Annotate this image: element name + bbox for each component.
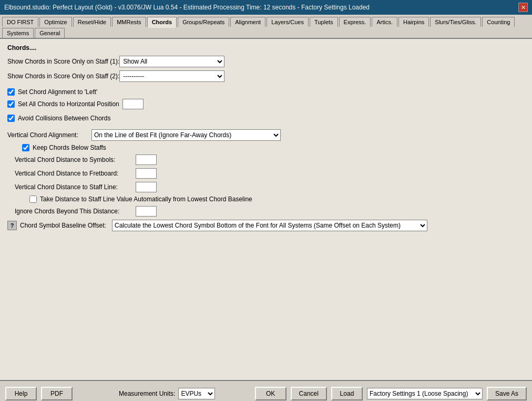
- measurement-section: Measurement Units: EVPUs Inches Centimet…: [119, 388, 215, 399]
- chord-baseline-select[interactable]: Calculate the Lowest Chord Symbol Bottom…: [112, 220, 427, 231]
- tab-layers-cues[interactable]: Layers/Cues: [267, 17, 309, 27]
- bottom-bar: Help PDF Measurement Units: EVPUs Inches…: [0, 380, 532, 401]
- help-button[interactable]: Help: [5, 387, 37, 400]
- set-all-chords-label: Set All Chords to Horizontal Position: [18, 100, 119, 108]
- tab-chords[interactable]: Chords: [147, 17, 177, 28]
- tab-slurs-ties-gliss[interactable]: Slurs/Ties/Gliss.: [430, 17, 481, 27]
- show-chords-staff1-select[interactable]: Show All: [119, 56, 224, 67]
- avoid-collisions-label: Avoid Collisions Between Chords: [18, 115, 111, 122]
- factory-settings-select[interactable]: Factory Settings 1 (Loose Spacing) Facto…: [367, 388, 483, 399]
- tab-groups-repeats[interactable]: Groups/Repeats: [178, 17, 229, 27]
- set-all-chords-value[interactable]: 12: [122, 99, 144, 109]
- tab-hairpins[interactable]: Hairpins: [398, 17, 429, 27]
- tab-counting[interactable]: Counting: [482, 17, 515, 27]
- show-chords-staff2-row: Show Chords in Score Only on Staff (2): …: [7, 70, 525, 82]
- vertical-chord-label: Vertical Chord Alignment:: [7, 131, 91, 139]
- vert-dist-staff-line-label: Vertical Chord Distance to Staff Line:: [15, 183, 136, 191]
- window-title: Elbsound.studio: Perfect Layout (Gold) -…: [4, 4, 370, 11]
- vert-dist-staff-line-input[interactable]: 24: [136, 182, 157, 192]
- tab-do-first[interactable]: DO FIRST: [2, 17, 38, 27]
- cancel-button[interactable]: Cancel: [291, 387, 327, 400]
- show-chords-staff1-row: Show Chords in Score Only on Staff (1): …: [7, 56, 525, 67]
- tab-tuplets[interactable]: Tuplets: [310, 17, 338, 27]
- tab-optimize[interactable]: Optimize: [39, 17, 71, 27]
- avoid-collisions-checkbox[interactable]: [7, 115, 15, 122]
- tabs-bar: DO FIRST Optimize Reset/Hide MMRests Cho…: [0, 15, 532, 39]
- ignore-chords-row: Ignore Chords Beyond This Distance: 65: [7, 206, 525, 217]
- set-all-chords-row: Set All Chords to Horizontal Position 12: [7, 99, 525, 109]
- help-icon-baseline[interactable]: ?: [7, 221, 17, 230]
- title-bar: Elbsound.studio: Perfect Layout (Gold) -…: [0, 0, 532, 15]
- vert-dist-fretboard-label: Vertical Chord Distance to Fretboard:: [15, 170, 136, 177]
- chord-baseline-row: ? Chord Symbol Baseline Offset: Calculat…: [7, 220, 525, 231]
- load-button[interactable]: Load: [331, 387, 363, 400]
- show-chords-staff2-label: Show Chords in Score Only on Staff (2):: [7, 73, 119, 80]
- vert-dist-symbols-label: Vertical Chord Distance to Symbols:: [15, 156, 136, 163]
- tab-express[interactable]: Express.: [339, 17, 371, 27]
- ignore-chords-label: Ignore Chords Beyond This Distance:: [15, 208, 136, 215]
- take-distance-row: Take Distance to Staff Line Value Automa…: [7, 196, 525, 203]
- vert-dist-fretboard-row: Vertical Chord Distance to Fretboard: 9: [7, 168, 525, 179]
- chord-baseline-label: Chord Symbol Baseline Offset:: [20, 222, 112, 229]
- measurement-label: Measurement Units:: [119, 390, 175, 397]
- tab-reset-hide[interactable]: Reset/Hide: [73, 17, 111, 27]
- pdf-button[interactable]: PDF: [41, 387, 73, 400]
- show-chords-staff2-select[interactable]: ----------: [119, 70, 224, 82]
- measurement-select[interactable]: EVPUs Inches Centimeters Points Picas Sp…: [178, 388, 215, 399]
- tab-general[interactable]: General: [35, 28, 65, 38]
- set-chord-alignment-checkbox[interactable]: [7, 88, 15, 96]
- main-content: Chords.... Show Chords in Score Only on …: [0, 39, 532, 380]
- ok-button[interactable]: OK: [255, 387, 287, 400]
- set-all-chords-checkbox[interactable]: [7, 100, 15, 108]
- tab-systems[interactable]: Systems: [2, 28, 34, 38]
- show-chords-staff1-label: Show Chords in Score Only on Staff (1):: [7, 58, 119, 65]
- vertical-chord-alignment-row: Vertical Chord Alignment: On the Line of…: [7, 129, 525, 141]
- vert-dist-staff-line-row: Vertical Chord Distance to Staff Line: 2…: [7, 182, 525, 192]
- avoid-collisions-row: Avoid Collisions Between Chords: [7, 115, 525, 122]
- take-distance-label: Take Distance to Staff Line Value Automa…: [40, 196, 252, 203]
- vert-dist-fretboard-input[interactable]: 9: [136, 168, 157, 179]
- set-chord-alignment-label: Set Chord Alignment to 'Left': [18, 88, 97, 96]
- vertical-chord-select[interactable]: On the Line of Best Fit (Ignore Far-Away…: [91, 129, 281, 141]
- take-distance-checkbox[interactable]: [29, 196, 37, 203]
- tab-alignment[interactable]: Alignment: [230, 17, 265, 27]
- section-title: Chords....: [7, 44, 525, 52]
- save-as-button[interactable]: Save As: [487, 387, 527, 400]
- vert-dist-symbols-row: Vertical Chord Distance to Symbols: 20: [7, 155, 525, 165]
- keep-chords-below-row: Keep Chords Below Staffs: [7, 144, 525, 151]
- tab-mmrests[interactable]: MMRests: [112, 17, 146, 27]
- keep-chords-below-label: Keep Chords Below Staffs: [33, 144, 106, 151]
- close-button[interactable]: ✕: [518, 3, 528, 12]
- tab-artics[interactable]: Artics.: [372, 17, 397, 27]
- ignore-chords-input[interactable]: 65: [136, 206, 157, 217]
- keep-chords-below-checkbox[interactable]: [22, 144, 29, 151]
- vert-dist-symbols-input[interactable]: 20: [136, 155, 157, 165]
- set-chord-alignment-row: Set Chord Alignment to 'Left': [7, 88, 525, 96]
